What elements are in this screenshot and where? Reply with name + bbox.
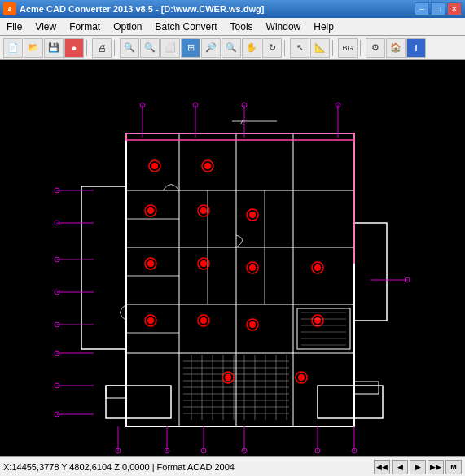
nav-next[interactable]: ▶: [410, 460, 426, 474]
menu-file[interactable]: File: [0, 18, 29, 35]
pan-button[interactable]: ✋: [242, 38, 261, 58]
nav-menu[interactable]: M: [445, 460, 462, 474]
separator3: [284, 40, 287, 56]
toolbar: 📄 📂 💾 ● 🖨 🔍 🔍 ⬜ ⊞ 🔎 🔍 ✋ ↻ ↖ 📐 BG ⚙ 🏠 i: [0, 36, 465, 60]
svg-point-66: [298, 374, 305, 381]
svg-point-52: [249, 264, 256, 271]
maximize-button[interactable]: □: [431, 2, 445, 15]
menu-window[interactable]: Window: [260, 18, 308, 35]
zoom-fit-button[interactable]: ⊞: [181, 38, 200, 58]
menu-tools[interactable]: Tools: [224, 18, 260, 35]
measure-button[interactable]: 📐: [310, 38, 330, 58]
menu-view[interactable]: View: [29, 18, 63, 35]
svg-point-48: [147, 260, 154, 267]
svg-point-42: [147, 207, 154, 214]
svg-point-60: [249, 321, 256, 328]
nav-last[interactable]: ▶▶: [428, 460, 444, 474]
menu-bar: File View Format Option Batch Convert To…: [0, 18, 465, 36]
menu-format[interactable]: Format: [63, 18, 107, 35]
svg-point-54: [314, 264, 321, 271]
svg-point-46: [249, 212, 256, 218]
tool-a[interactable]: ⚙: [366, 38, 385, 58]
print-button[interactable]: 🖨: [92, 38, 112, 58]
select-button[interactable]: ↖: [290, 38, 309, 58]
tool4-button[interactable]: ●: [64, 38, 84, 58]
rotate-button[interactable]: ↻: [262, 38, 282, 58]
save-button[interactable]: 💾: [44, 38, 64, 58]
svg-point-58: [200, 317, 207, 324]
bg-button[interactable]: BG: [338, 38, 358, 58]
svg-point-40: [204, 163, 211, 169]
title-bar: A Acme CAD Converter 2013 v8.5 - [D:\www…: [0, 0, 465, 18]
tool-info[interactable]: i: [406, 38, 426, 58]
cad-canvas[interactable]: 4: [0, 60, 465, 456]
zoom-prev-button[interactable]: 🔍: [222, 38, 241, 58]
navigation-controls: ◀◀ ◀ ▶ ▶▶ M: [374, 460, 462, 474]
window-controls: ─ □ ✕: [415, 2, 462, 15]
separator2: [114, 40, 117, 56]
zoom-out-button[interactable]: 🔍: [140, 38, 160, 58]
minimize-button[interactable]: ─: [415, 2, 429, 15]
zoom-in-button[interactable]: 🔍: [120, 38, 139, 58]
zoom-window-button[interactable]: 🔎: [201, 38, 221, 58]
svg-point-44: [200, 207, 207, 214]
separator1: [86, 40, 90, 56]
menu-batch-convert[interactable]: Batch Convert: [149, 18, 224, 35]
menu-option[interactable]: Option: [107, 18, 148, 35]
window-title: Acme CAD Converter 2013 v8.5 - [D:\www.C…: [20, 4, 264, 14]
svg-point-50: [200, 260, 207, 267]
status-bar: X:14455,3778 Y:4802,6104 Z:0,0000 | Form…: [0, 456, 465, 476]
nav-prev[interactable]: ◀: [392, 460, 408, 474]
svg-rect-0: [0, 60, 465, 456]
menu-help[interactable]: Help: [307, 18, 340, 35]
coordinates-display: X:14455,3778 Y:4802,6104 Z:0,0000 | Form…: [3, 462, 235, 472]
open-button[interactable]: 📂: [24, 38, 43, 58]
svg-point-56: [147, 317, 154, 324]
svg-text:4: 4: [240, 119, 244, 127]
separator4: [332, 40, 336, 56]
new-button[interactable]: 📄: [3, 38, 23, 58]
app-icon: A: [3, 2, 16, 15]
zoom-box-button[interactable]: ⬜: [160, 38, 180, 58]
svg-point-38: [151, 163, 158, 169]
separator5: [360, 40, 363, 56]
tool-b[interactable]: 🏠: [386, 38, 406, 58]
svg-point-64: [225, 374, 231, 381]
svg-point-62: [314, 317, 321, 324]
nav-first[interactable]: ◀◀: [374, 460, 390, 474]
cad-drawing-svg: 4: [0, 60, 465, 456]
close-button[interactable]: ✕: [447, 2, 462, 15]
